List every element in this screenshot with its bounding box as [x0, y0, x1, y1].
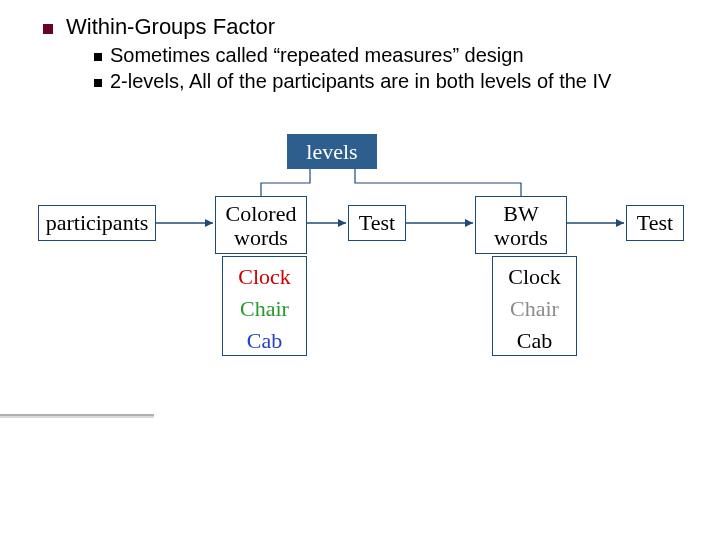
word-chair: Chair	[223, 293, 306, 325]
word-cab: Cab	[493, 325, 576, 357]
colored-words-box: Colored words	[215, 196, 307, 254]
levels-label-box: levels	[287, 134, 377, 169]
word-chair: Chair	[493, 293, 576, 325]
word-clock: Clock	[493, 261, 576, 293]
bullet-text-1: Sometimes called “repeated measures” des…	[110, 43, 670, 68]
bullet-icon	[94, 79, 102, 87]
test-box-2: Test	[626, 205, 684, 241]
bullet-text-2-line1: 2-levels, All of the participants are in…	[110, 69, 640, 94]
test-box-1: Test	[348, 205, 406, 241]
bw-words-box: BW words	[475, 196, 567, 254]
slide-accent-line	[0, 414, 154, 418]
bw-word-list: Clock Chair Cab	[492, 256, 577, 356]
section-title: Within-Groups Factor	[66, 14, 275, 40]
bullet-icon	[43, 24, 53, 34]
participants-box: participants	[38, 205, 156, 241]
word-cab: Cab	[223, 325, 306, 357]
colored-word-list: Clock Chair Cab	[222, 256, 307, 356]
word-clock: Clock	[223, 261, 306, 293]
bullet-icon	[94, 53, 102, 61]
